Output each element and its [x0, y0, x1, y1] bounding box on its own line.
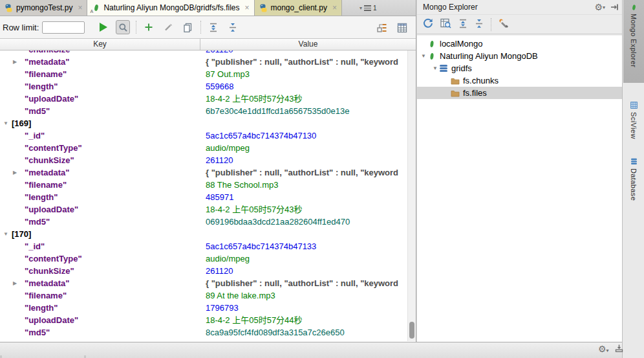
key-text: "_id" — [25, 131, 45, 140]
value-cell: 559668 — [200, 80, 407, 93]
table-row[interactable]: ▼[170] — [0, 228, 407, 240]
close-icon[interactable]: × — [78, 4, 82, 12]
table-row[interactable]: "filename"87 Out.mp3 — [0, 68, 407, 80]
vertical-scrollbar[interactable] — [407, 50, 416, 341]
open-viewer-button[interactable] — [440, 18, 451, 30]
table-row[interactable]: "md5"8ca9a95fcf4fd089df3a315a7c26e650 — [0, 326, 407, 339]
hide-panel-button[interactable] — [610, 3, 618, 11]
column-header-key[interactable]: Key — [0, 39, 200, 50]
close-icon[interactable]: × — [332, 4, 337, 12]
database-icon — [439, 64, 448, 73]
tree-item-label: fs.chunks — [463, 74, 499, 87]
python-file-icon — [259, 4, 268, 12]
table-row[interactable]: "uploadDate"18-4-2 上午05时57分44秒 — [0, 314, 407, 326]
tree-item-naturling-aliyun-mongodb[interactable]: ▼Naturling Aliyun MongoDB — [417, 50, 622, 62]
tree-item-gridfs[interactable]: ▼gridfs — [417, 62, 622, 74]
key-text: "md5" — [25, 217, 50, 227]
tree-expand-icon[interactable]: ▼ — [420, 50, 427, 62]
table-row[interactable]: "md5"069196bdaa3dcd21aa282604ff1ed470 — [0, 216, 407, 228]
table-row[interactable]: "filename"89 At the lake.mp3 — [0, 289, 407, 302]
settings-wrench-button[interactable] — [499, 18, 509, 30]
scrollbar-thumb[interactable] — [409, 322, 414, 339]
expand-row-icon[interactable]: ▶ — [13, 56, 17, 68]
expand-all-button[interactable] — [206, 20, 220, 34]
key-text: [169] — [12, 118, 31, 128]
table-row[interactable]: "length"485971 — [0, 191, 407, 203]
table-row[interactable]: "_id"5ac1c657a4bc714374b47133 — [0, 240, 407, 252]
table-row[interactable]: "uploadDate"18-4-2 上午05时57分43秒 — [0, 93, 407, 105]
collapse-row-icon[interactable]: ▼ — [3, 117, 8, 129]
tree-item-localmongo[interactable]: localMongo — [417, 38, 622, 50]
table-row[interactable]: "chunkSize"261120 — [0, 265, 407, 277]
table-row[interactable]: ▶"metadata"{ "publisher" : null, "author… — [0, 166, 407, 179]
table-row[interactable]: "_id"5ac1c657a4bc714374b47130 — [0, 129, 407, 142]
key-cell: "filename" — [0, 68, 200, 80]
collapse-all-icon — [475, 19, 484, 28]
table-row[interactable]: ▶"metadata"{ "publisher" : null, "author… — [0, 56, 407, 68]
table-row[interactable]: ▼[169] — [0, 117, 407, 129]
add-document-button[interactable] — [142, 20, 156, 34]
toolbar-separator — [200, 21, 201, 34]
collapse-all-button[interactable] — [475, 19, 484, 30]
find-button[interactable] — [116, 20, 130, 34]
python-file-icon — [5, 4, 13, 12]
table-row[interactable]: "contentType"audio/mpeg — [0, 252, 407, 265]
close-icon[interactable]: × — [245, 4, 250, 12]
table-row[interactable]: "md5"6b7e30c4e1dd1ffcd1a6567535d0e13e — [0, 105, 407, 117]
table-row[interactable]: "chunkSize"261120 — [0, 154, 407, 166]
statusbar-settings-button[interactable]: ⚙▾ — [598, 344, 609, 354]
panel-header: Mongo Explorer ⚙ ▾ — [417, 0, 622, 14]
tab-fs-files[interactable]: A Naturling Aliyun MongoDB/gridfs/fs.fil… — [87, 0, 254, 16]
value-cell: 5ac1c657a4bc714374b47133 — [200, 240, 407, 252]
side-tab-mongo-explorer[interactable]: Mongo Explorer — [623, 0, 644, 83]
dock-button[interactable] — [615, 344, 623, 354]
chevron-down-icon: ▾ — [606, 348, 609, 353]
tab-label: pymongoTest.py — [16, 3, 72, 12]
key-text: "filename" — [25, 180, 67, 190]
table-row[interactable]: "length"559668 — [0, 80, 407, 93]
table-row[interactable]: "chunkSize"261120 — [0, 50, 407, 56]
expand-all-button[interactable] — [458, 19, 467, 30]
expand-row-icon[interactable]: ▶ — [13, 166, 17, 179]
key-text: "contentType" — [25, 254, 82, 263]
side-tab-label: Database — [630, 168, 638, 201]
tree-item-fs-chunks[interactable]: fs.chunks — [417, 74, 622, 87]
mongo-file-badge: A — [90, 9, 93, 14]
refresh-button[interactable] — [423, 18, 433, 30]
row-limit-input[interactable] — [42, 21, 85, 34]
key-text: "metadata" — [25, 57, 69, 67]
edit-document-button[interactable] — [161, 20, 175, 34]
table-search-icon — [440, 18, 451, 28]
key-text: "uploadDate" — [25, 94, 78, 104]
panel-settings-button[interactable]: ⚙ ▾ — [594, 3, 605, 12]
table-row[interactable]: "uploadDate"18-4-2 上午05时57分43秒 — [0, 203, 407, 216]
table-row[interactable]: "contentType"audio/mpeg — [0, 142, 407, 154]
tab-list-control[interactable]: ▾ 1 — [360, 0, 377, 16]
table-row[interactable]: "length"1796793 — [0, 302, 407, 314]
value-cell: 5ac1c657a4bc714374b47130 — [200, 129, 407, 142]
side-tab-sciview[interactable]: SciView — [623, 97, 644, 150]
column-header-value[interactable]: Value — [200, 39, 416, 50]
run-query-button[interactable] — [96, 20, 111, 34]
key-cell: ▼[170] — [0, 228, 200, 240]
value-cell: 89 At the lake.mp3 — [200, 289, 407, 302]
tab-mongo-client[interactable]: mongo_client.py × — [255, 0, 342, 16]
view-as-tree-button[interactable] — [375, 21, 389, 35]
view-as-table-button[interactable] — [395, 21, 409, 35]
key-cell: "contentType" — [0, 252, 200, 265]
tree-expand-icon[interactable]: ▼ — [431, 62, 439, 74]
table-row[interactable]: ▶"metadata"{ "publisher" : null, "author… — [0, 277, 407, 289]
table-row[interactable]: "filename"88 The School.mp3 — [0, 179, 407, 191]
expand-row-icon[interactable]: ▶ — [13, 277, 17, 289]
folder-icon — [451, 76, 460, 85]
copy-document-button[interactable] — [180, 20, 195, 34]
value-cell: { "publisher" : null, "authorList" : nul… — [200, 277, 407, 289]
key-text: "metadata" — [25, 168, 69, 177]
key-cell: ▼[169] — [0, 117, 200, 129]
tree-item-label: Naturling Aliyun MongoDB — [440, 50, 538, 62]
tree-item-fs-files[interactable]: fs.files — [417, 87, 622, 99]
collapse-all-button[interactable] — [226, 20, 240, 34]
tab-pymongoTest[interactable]: pymongoTest.py × — [0, 0, 87, 16]
collapse-row-icon[interactable]: ▼ — [3, 228, 8, 240]
side-tab-database[interactable]: Database — [623, 153, 644, 210]
